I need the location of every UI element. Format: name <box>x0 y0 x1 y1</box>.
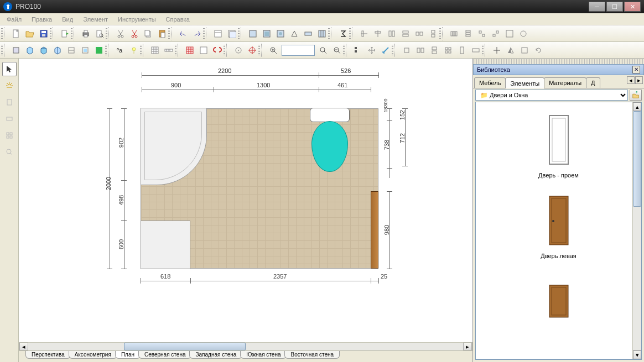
dist-6-icon[interactable] <box>517 27 530 40</box>
zoom-fit-icon[interactable] <box>316 44 330 57</box>
redo-icon[interactable] <box>190 27 204 40</box>
menu-edit[interactable]: Правка <box>27 15 56 24</box>
close-button[interactable]: ✕ <box>624 2 641 12</box>
extra-2-icon[interactable] <box>365 44 378 57</box>
snap2-1-icon[interactable] <box>400 44 413 57</box>
library-scrollbar[interactable]: ▴ ▾ <box>632 102 641 359</box>
tool-c-icon[interactable] <box>274 27 287 40</box>
scissors-icon[interactable] <box>128 27 141 40</box>
box-5-icon[interactable] <box>65 44 78 57</box>
tool-f-icon[interactable] <box>315 27 329 40</box>
cabinet-object[interactable] <box>141 221 190 269</box>
align-6-icon[interactable] <box>427 27 440 40</box>
view-tab-west[interactable]: Западная стена <box>189 351 242 359</box>
box-4-icon[interactable] <box>51 44 64 57</box>
box-1-icon[interactable] <box>9 44 23 57</box>
tool-e-icon[interactable] <box>302 27 315 40</box>
move-icon[interactable] <box>490 44 503 57</box>
canvas[interactable]: 2200 526 900 1300 461 2000 <box>19 59 472 362</box>
scroll-up-icon[interactable]: ▴ <box>633 102 641 111</box>
box-3-icon[interactable] <box>37 44 50 57</box>
library-grip[interactable] <box>473 59 644 64</box>
door-object[interactable] <box>371 191 378 269</box>
rotate-icon[interactable] <box>532 44 545 57</box>
scroll-down-icon[interactable]: ▾ <box>633 350 641 359</box>
hscroll-thumb[interactable] <box>124 343 246 350</box>
tool-a-icon[interactable] <box>246 27 259 40</box>
undo-icon[interactable] <box>176 27 190 40</box>
open-file-icon[interactable] <box>23 27 37 40</box>
menu-view[interactable]: Вид <box>58 15 77 24</box>
align-2-icon[interactable] <box>371 27 385 40</box>
zoom-in-icon[interactable] <box>267 44 280 57</box>
hscroll-left-icon[interactable]: ◂ <box>19 343 28 350</box>
box-6-icon[interactable] <box>79 44 92 57</box>
align-4-icon[interactable] <box>399 27 412 40</box>
align-3-icon[interactable] <box>385 27 398 40</box>
tool-l2-icon[interactable] <box>2 112 17 126</box>
library-item[interactable]: Дверь - проем <box>476 107 641 187</box>
box-2-icon[interactable] <box>23 44 37 57</box>
library-tab-prev-icon[interactable]: ◂ <box>627 76 635 84</box>
menu-element[interactable]: Элемент <box>79 15 112 24</box>
canvas-hscrollbar[interactable]: ◂ ▸ <box>19 342 472 351</box>
scroll-thumb[interactable] <box>633 111 641 207</box>
library-tab-elements[interactable]: Элементы <box>505 77 544 88</box>
snap2-2-icon[interactable] <box>414 44 427 57</box>
light-tool-icon[interactable] <box>2 78 17 93</box>
print-icon[interactable] <box>79 27 92 40</box>
locate-icon[interactable] <box>232 44 245 57</box>
library-tab-more[interactable]: Д <box>586 77 600 88</box>
view-tab-east[interactable]: Восточная стена <box>284 351 340 359</box>
import-icon[interactable] <box>58 27 71 40</box>
library-item[interactable] <box>476 268 641 342</box>
mirror-icon[interactable] <box>504 44 517 57</box>
align-1-icon[interactable] <box>357 27 371 40</box>
paste-icon[interactable] <box>155 27 169 40</box>
dist-5-icon[interactable] <box>503 27 516 40</box>
minimize-button[interactable]: ─ <box>589 2 605 12</box>
color-icon[interactable] <box>92 44 106 57</box>
library-tab-furniture[interactable]: Мебель <box>474 77 506 88</box>
tool-l1-icon[interactable] <box>2 95 17 109</box>
view-tab-south[interactable]: Южная стена <box>240 351 287 359</box>
view-tab-plan[interactable]: План <box>115 351 141 359</box>
snap2-3-icon[interactable] <box>428 44 441 57</box>
library-up-button[interactable] <box>630 90 642 101</box>
save-file-icon[interactable] <box>37 27 50 40</box>
library-item[interactable]: Дверь левая <box>476 187 641 268</box>
tool-l3-icon[interactable] <box>2 128 17 143</box>
dist-3-icon[interactable] <box>475 27 489 40</box>
arrow-tool-icon[interactable] <box>2 62 17 76</box>
extra-1-icon[interactable] <box>351 44 365 57</box>
menu-tools[interactable]: Инструменты <box>113 15 160 24</box>
align-5-icon[interactable] <box>413 27 426 40</box>
tool-b-icon[interactable] <box>260 27 273 40</box>
library-close-button[interactable]: ✕ <box>632 66 640 74</box>
dist-4-icon[interactable] <box>489 27 502 40</box>
toilet-object[interactable] <box>310 108 350 174</box>
new-file-icon[interactable] <box>9 27 23 40</box>
light-icon[interactable] <box>127 44 141 57</box>
tool-l4-icon[interactable] <box>2 145 17 159</box>
menu-file[interactable]: Файл <box>2 15 26 24</box>
grid-2-icon[interactable] <box>197 44 210 57</box>
view-tab-north[interactable]: Северная стена <box>138 351 192 359</box>
hscroll-right-icon[interactable]: ▸ <box>463 343 472 350</box>
library-tab-next-icon[interactable]: ▸ <box>635 76 643 84</box>
copy-icon[interactable] <box>142 27 155 40</box>
grid-options-icon[interactable] <box>148 44 162 57</box>
zoom-combo[interactable] <box>282 45 315 56</box>
dist-1-icon[interactable] <box>448 27 461 40</box>
snap2-6-icon[interactable] <box>469 44 482 57</box>
view-tab-axonometry[interactable]: Аксонометрия <box>69 351 117 359</box>
sigma-icon[interactable] <box>336 27 350 40</box>
target-icon[interactable] <box>246 44 259 57</box>
grid-red-icon[interactable] <box>183 44 196 57</box>
library-tab-materials[interactable]: Материалы <box>544 77 586 88</box>
snap-icon[interactable] <box>211 44 224 57</box>
maximize-button[interactable]: ☐ <box>606 2 623 12</box>
snap2-4-icon[interactable] <box>442 44 455 57</box>
text-icon[interactable]: ªa <box>113 44 127 57</box>
properties-icon[interactable] <box>211 27 225 40</box>
